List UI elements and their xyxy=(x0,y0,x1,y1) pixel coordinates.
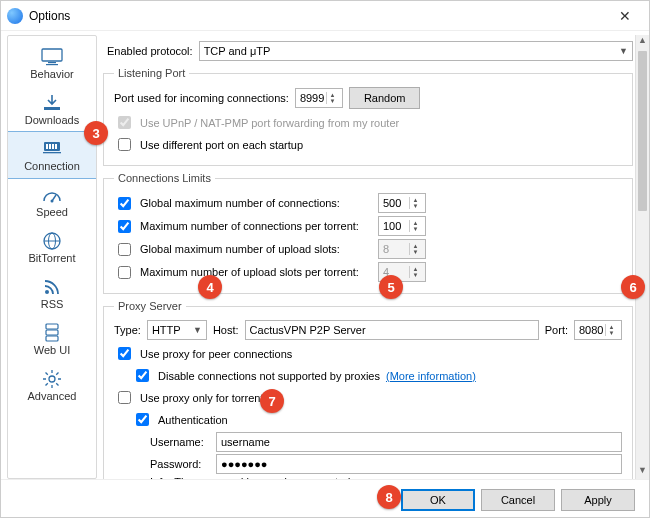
download-icon xyxy=(39,92,65,114)
sidebar-item-advanced[interactable]: Advanced xyxy=(8,362,96,408)
sidebar: Behavior Downloads Connection Speed BitT… xyxy=(7,35,97,479)
global-upload-slots-row[interactable]: Global maximum number of upload slots: 8… xyxy=(114,239,622,259)
password-info-text: Info: The password is saved unencrypted xyxy=(150,476,622,479)
sidebar-item-webui[interactable]: Web UI xyxy=(8,316,96,362)
svg-line-24 xyxy=(46,373,48,375)
rss-icon xyxy=(39,276,65,298)
sidebar-item-label: RSS xyxy=(41,298,64,310)
svg-rect-3 xyxy=(44,107,60,110)
incoming-port-label: Port used for incoming connections: xyxy=(114,92,289,104)
scroll-down-icon[interactable]: ▼ xyxy=(636,465,649,479)
callout-7: 7 xyxy=(260,389,284,413)
callout-3: 3 xyxy=(84,121,108,145)
svg-rect-2 xyxy=(46,64,58,65)
proxy-only-torrents-checkbox[interactable]: Use proxy only for torrents xyxy=(114,388,622,407)
svg-point-15 xyxy=(45,290,49,294)
password-input[interactable] xyxy=(216,454,622,474)
listening-port-group: Listening Port Port used for incoming co… xyxy=(103,67,633,166)
connections-limits-group: Connections Limits Global maximum number… xyxy=(103,172,633,294)
main-panel: Enabled protocol: TCP and μTP ▼ Listenin… xyxy=(103,35,649,479)
scrollbar-thumb[interactable] xyxy=(638,51,647,211)
globe-icon xyxy=(39,230,65,252)
upload-slots-per-torrent-row[interactable]: Maximum number of upload slots per torre… xyxy=(114,262,622,282)
global-upload-slots-input: 8 ▲▼ xyxy=(378,239,426,259)
proxy-type-label: Type: xyxy=(114,324,141,336)
svg-line-26 xyxy=(56,373,58,375)
apply-button[interactable]: Apply xyxy=(561,489,635,511)
max-conn-per-torrent-input[interactable]: 100 ▲▼ xyxy=(378,216,426,236)
global-max-conn-input[interactable]: 500 ▲▼ xyxy=(378,193,426,213)
sidebar-item-label: Advanced xyxy=(28,390,77,402)
protocol-select[interactable]: TCP and μTP ▼ xyxy=(199,41,633,61)
sidebar-item-connection[interactable]: Connection xyxy=(7,131,97,179)
ok-button[interactable]: OK xyxy=(401,489,475,511)
svg-rect-9 xyxy=(43,152,61,153)
gear-icon xyxy=(39,368,65,390)
sidebar-item-label: Connection xyxy=(24,160,80,172)
spinner-buttons[interactable]: ▲▼ xyxy=(326,92,338,104)
username-input[interactable] xyxy=(216,432,622,452)
connections-limits-legend: Connections Limits xyxy=(114,172,215,184)
proxy-server-legend: Proxy Server xyxy=(114,300,186,312)
svg-rect-18 xyxy=(46,336,58,341)
callout-6: 6 xyxy=(621,275,645,299)
sidebar-item-rss[interactable]: RSS xyxy=(8,270,96,316)
app-icon xyxy=(7,8,23,24)
scroll-up-icon[interactable]: ▲ xyxy=(636,35,649,49)
vertical-scrollbar[interactable]: ▲ ▼ xyxy=(635,35,649,479)
proxy-peer-checkbox[interactable]: Use proxy for peer connections xyxy=(114,344,622,363)
svg-line-27 xyxy=(46,383,48,385)
svg-rect-16 xyxy=(46,324,58,329)
sidebar-item-bittorrent[interactable]: BitTorrent xyxy=(8,224,96,270)
chevron-down-icon: ▼ xyxy=(189,325,202,335)
different-port-checkbox[interactable]: Use different port on each startup xyxy=(114,135,622,154)
sidebar-item-behavior[interactable]: Behavior xyxy=(8,40,96,86)
incoming-port-input[interactable]: 8999 ▲▼ xyxy=(295,88,343,108)
svg-rect-0 xyxy=(42,49,62,61)
proxy-port-label: Port: xyxy=(545,324,568,336)
svg-rect-8 xyxy=(55,144,57,149)
svg-line-11 xyxy=(52,195,56,201)
svg-rect-1 xyxy=(48,62,56,63)
callout-5: 5 xyxy=(379,275,403,299)
monitor-icon xyxy=(39,46,65,68)
max-conn-per-torrent-row[interactable]: Maximum number of connections per torren… xyxy=(114,216,622,236)
username-label: Username: xyxy=(150,436,210,448)
svg-rect-7 xyxy=(52,144,54,149)
upnp-checkbox: Use UPnP / NAT-PMP port forwarding from … xyxy=(114,113,622,132)
random-port-button[interactable]: Random xyxy=(349,87,421,109)
protocol-value: TCP and μTP xyxy=(204,45,615,57)
chevron-down-icon: ▼ xyxy=(615,46,628,56)
proxy-host-input[interactable] xyxy=(245,320,539,340)
global-max-conn-row[interactable]: Global maximum number of connections: 50… xyxy=(114,193,622,213)
callout-4: 4 xyxy=(198,275,222,299)
window-title: Options xyxy=(29,9,605,23)
sidebar-item-label: Web UI xyxy=(34,344,70,356)
authentication-checkbox[interactable]: Authentication xyxy=(132,410,622,429)
proxy-host-label: Host: xyxy=(213,324,239,336)
more-information-link[interactable]: (More information) xyxy=(386,370,476,382)
svg-line-25 xyxy=(56,383,58,385)
callout-8: 8 xyxy=(377,485,401,509)
cancel-button[interactable]: Cancel xyxy=(481,489,555,511)
sidebar-item-label: Behavior xyxy=(30,68,73,80)
svg-rect-6 xyxy=(49,144,51,149)
server-icon xyxy=(39,322,65,344)
sidebar-item-label: Downloads xyxy=(25,114,79,126)
sidebar-item-downloads[interactable]: Downloads xyxy=(8,86,96,132)
password-label: Password: xyxy=(150,458,210,470)
connection-icon xyxy=(39,138,65,160)
proxy-port-input[interactable]: 8080 ▲▼ xyxy=(574,320,622,340)
listening-port-legend: Listening Port xyxy=(114,67,189,79)
svg-rect-5 xyxy=(46,144,48,149)
titlebar: Options ✕ xyxy=(1,1,650,31)
sidebar-item-label: BitTorrent xyxy=(28,252,75,264)
svg-point-19 xyxy=(49,376,55,382)
sidebar-item-label: Speed xyxy=(36,206,68,218)
gauge-icon xyxy=(39,184,65,206)
proxy-disable-unsupported-checkbox[interactable]: Disable connections not supported by pro… xyxy=(132,366,622,385)
proxy-type-select[interactable]: HTTP ▼ xyxy=(147,320,207,340)
dialog-buttons: OK Cancel Apply xyxy=(1,479,650,518)
close-icon[interactable]: ✕ xyxy=(605,8,645,24)
sidebar-item-speed[interactable]: Speed xyxy=(8,178,96,224)
